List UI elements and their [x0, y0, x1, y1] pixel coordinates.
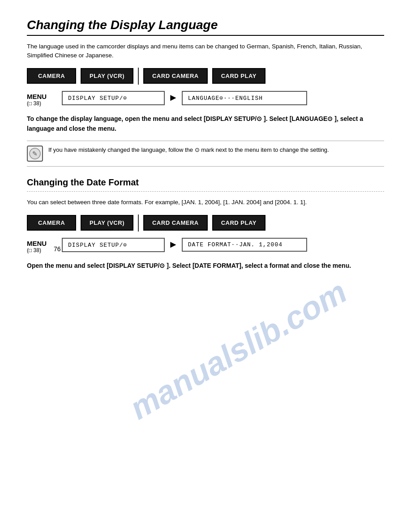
section-2-intro: You can select between three date format… — [27, 198, 384, 207]
menu-box-display-setup-2: DISPLAY SETUP/⊙ — [62, 238, 165, 252]
card-camera-button-1[interactable]: CARD CAMERA — [143, 68, 208, 84]
menu-arrow-2: ► — [168, 238, 178, 250]
mode-button-row-2: CAMERA PLAY (VCR) CARD CAMERA CARD PLAY — [27, 215, 384, 232]
camera-button-2[interactable]: CAMERA — [27, 215, 76, 231]
instruction-text-2: Open the menu and select [DISPLAY SETUP/… — [27, 261, 384, 270]
instruction-text-1: To change the display language, open the… — [27, 114, 384, 134]
section-2-divider — [27, 191, 384, 192]
menu-arrow-1: ► — [168, 91, 178, 103]
intro-text: The language used in the camcorder displ… — [27, 42, 384, 60]
note-text-1: If you have mistakenly changed the langu… — [48, 146, 329, 155]
menu-display-row-2: MENU (□ 38) DISPLAY SETUP/⊙ ► DATE FORMA… — [27, 238, 384, 253]
camera-button-1[interactable]: CAMERA — [27, 68, 76, 84]
note-icon-1: ✎ — [27, 146, 43, 162]
page-number: 76 — [54, 245, 61, 253]
mode-button-row-1: CAMERA PLAY (VCR) CARD CAMERA CARD PLAY — [27, 68, 384, 85]
menu-ref-2: (□ 38) — [27, 247, 41, 253]
pencil-icon: ✎ — [29, 147, 41, 160]
card-play-button-1[interactable]: CARD PLAY — [212, 68, 265, 84]
svg-text:✎: ✎ — [32, 150, 38, 157]
play-vcr-button-2[interactable]: PLAY (VCR) — [81, 215, 133, 231]
menu-box-date-format-2: DATE FORMAT··JAN. 1,2004 — [182, 238, 307, 252]
vertical-separator-2 — [138, 215, 139, 232]
card-play-button-2[interactable]: CARD PLAY — [212, 215, 265, 231]
vertical-separator-1 — [138, 68, 139, 85]
menu-ref-1: (□ 38) — [27, 100, 41, 107]
section-2-title: Changing the Date Format — [27, 177, 384, 188]
note-box-1: ✎ If you have mistakenly changed the lan… — [27, 141, 384, 167]
menu-display-row-1: MENU (□ 38) DISPLAY SETUP/⊙ ► LANGUAGE⊙·… — [27, 91, 384, 107]
watermark: manualslib.com — [124, 273, 353, 426]
page-title: Changing the Display Language — [27, 18, 384, 32]
menu-box-language-1: LANGUAGE⊙···ENGLISH — [182, 91, 307, 105]
menu-box-display-setup-1: DISPLAY SETUP/⊙ — [62, 91, 165, 105]
menu-label-1: MENU — [27, 91, 54, 100]
menu-label-2: MENU — [27, 238, 54, 247]
play-vcr-button-1[interactable]: PLAY (VCR) — [81, 68, 133, 84]
card-camera-button-2[interactable]: CARD CAMERA — [143, 215, 208, 231]
title-divider — [27, 35, 384, 36]
